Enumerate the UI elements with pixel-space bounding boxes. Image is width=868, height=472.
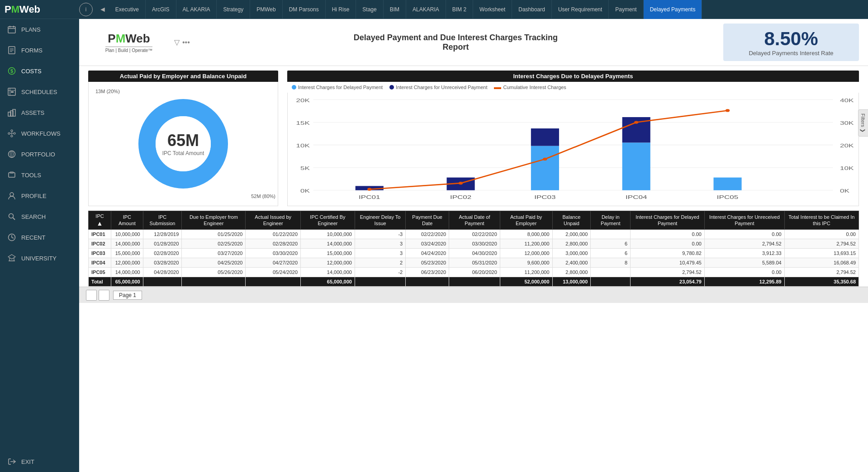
page-prev-btn[interactable]: ◄ <box>86 290 97 301</box>
sidebar-label-profile: PROFILE <box>21 193 47 199</box>
tab-worksheet[interactable]: Worksheet <box>473 0 512 19</box>
nav-tabs: Executive ArcGIS AL AKARIA Strategy PMWe… <box>109 0 868 19</box>
cell-r0-c4: 01/22/2020 <box>246 230 301 239</box>
sidebar-item-portfolio[interactable]: PORTFOLIO <box>0 144 79 165</box>
table-container: IPC▲ IPC Amount IPC Submission Due to Em… <box>79 211 868 287</box>
tab-bim[interactable]: BIM <box>384 0 406 19</box>
content-area: PMWeb Plan | Build | Operate™ ▽ ••• Dela… <box>79 19 868 472</box>
sidebar-label-assets: ASSETS <box>21 109 44 116</box>
cell-r1-c10: 2,800,000 <box>552 239 591 249</box>
tab-arcgis[interactable]: ArcGIS <box>146 0 176 19</box>
sidebar-label-search: SEARCH <box>21 213 46 220</box>
total-label: Total <box>89 277 111 287</box>
cell-r3-c1: 12,000,000 <box>111 258 143 268</box>
total-interest-unreceived: 12,295.89 <box>704 277 784 287</box>
cell-r4-c11 <box>591 268 631 277</box>
sidebar: PLANS FORMS $ COSTS SCHEDULES ASSETS <box>0 19 79 472</box>
cell-r2-c8: 04/30/2020 <box>449 249 500 258</box>
more-options-icon[interactable]: ••• <box>182 38 190 47</box>
svg-text:10K: 10K <box>840 165 854 171</box>
svg-text:IPC02: IPC02 <box>450 194 471 200</box>
sidebar-item-profile[interactable]: PROFILE <box>0 185 79 206</box>
cell-r2-c9: 12,000,000 <box>500 249 552 258</box>
sidebar-item-university[interactable]: UNIVERSITY <box>0 248 79 269</box>
legend-dot-delayed <box>292 85 296 90</box>
tab-userrequirement[interactable]: User Requirement <box>552 0 609 19</box>
cell-r2-c11: 6 <box>591 249 631 258</box>
legend-unreceived: Interest Charges for Unreceived Payment <box>389 85 487 90</box>
sidebar-item-assets[interactable]: ASSETS <box>0 102 79 123</box>
cell-r4-c12: 2,794.52 <box>631 268 705 277</box>
tab-bim2[interactable]: BIM 2 <box>446 0 473 19</box>
total-empty-1 <box>143 277 182 287</box>
svg-text:30K: 30K <box>840 120 854 126</box>
table-row: IPC0315,000,00002/28/202003/27/202003/30… <box>89 249 859 258</box>
cell-r4-c7: 06/23/2020 <box>406 268 449 277</box>
tab-hirise[interactable]: Hi Rise <box>326 0 356 19</box>
sidebar-item-tools[interactable]: TOOLS <box>0 165 79 185</box>
tab-payment[interactable]: Payment <box>609 0 643 19</box>
page-next-btn[interactable]: ► <box>99 290 109 301</box>
sidebar-label-plans: PLANS <box>21 26 41 33</box>
cell-r3-c13: 5,589.04 <box>704 258 784 268</box>
cell-r0-c6: -3 <box>355 230 405 239</box>
tab-pmweb[interactable]: PMWeb <box>250 0 282 19</box>
svg-text:IPC03: IPC03 <box>534 194 555 200</box>
sidebar-item-costs[interactable]: $ COSTS <box>0 61 79 81</box>
forms-icon <box>7 45 17 55</box>
filters-label: Filters <box>860 113 866 127</box>
donut-value: 65M <box>162 131 204 150</box>
cell-r0-c1: 10,000,000 <box>111 230 143 239</box>
cell-r3-c12: 10,479.45 <box>631 258 705 268</box>
sidebar-item-forms[interactable]: FORMS <box>0 40 79 61</box>
right-chart-title: Interest Charges Due to Delayed Payments <box>287 71 859 82</box>
tab-strategy[interactable]: Strategy <box>217 0 250 19</box>
cell-r4-c8: 06/20/2020 <box>449 268 500 277</box>
cell-r2-c0: IPC03 <box>89 249 111 258</box>
donut-annotation-top: 13M (20%) <box>95 89 120 94</box>
portfolio-icon <box>7 149 17 159</box>
cell-r2-c12: 9,780.82 <box>631 249 705 258</box>
tab-dmparsons[interactable]: DM Parsons <box>283 0 326 19</box>
cell-r4-c2: 04/28/2020 <box>143 268 182 277</box>
sidebar-item-recent[interactable]: RECENT <box>0 227 79 248</box>
svg-rect-60 <box>531 128 559 146</box>
page-indicator: Page 1 <box>113 291 142 300</box>
tab-alakaria[interactable]: AL AKARIA <box>176 0 217 19</box>
cell-r4-c4: 05/24/2020 <box>246 268 301 277</box>
svg-text:15K: 15K <box>296 120 310 126</box>
tab-delayedpayments[interactable]: Delayed Payments <box>644 0 702 19</box>
sidebar-item-workflows[interactable]: WORKFLOWS <box>0 123 79 144</box>
interest-rate-label: Delayed Payments Interest Rate <box>749 50 833 57</box>
svg-point-20 <box>14 132 15 134</box>
main-layout: PLANS FORMS $ COSTS SCHEDULES ASSETS <box>0 19 868 472</box>
cell-r2-c6: 3 <box>355 249 405 258</box>
sidebar-item-schedules[interactable]: SCHEDULES <box>0 81 79 102</box>
filter-chevron-icon: ❯ <box>860 128 866 132</box>
tab-executive[interactable]: Executive <box>109 0 146 19</box>
sidebar-label-tools: TOOLS <box>21 172 41 179</box>
tab-dashboard[interactable]: Dashboard <box>512 0 552 19</box>
cell-r1-c3: 02/25/2020 <box>182 239 246 249</box>
filters-toggle[interactable]: Filters ❯ <box>858 109 868 137</box>
col-header-ipc: IPC▲ <box>89 211 111 230</box>
svg-text:IPC01: IPC01 <box>359 194 380 200</box>
sidebar-item-plans[interactable]: PLANS <box>0 19 79 40</box>
info-icon[interactable]: i <box>79 3 93 16</box>
donut-center: 65M IPC Total Amount <box>162 131 204 156</box>
svg-point-69 <box>543 158 547 160</box>
sidebar-item-exit[interactable]: EXIT <box>0 451 79 472</box>
cell-r0-c5: 10,000,000 <box>301 230 355 239</box>
charts-row: Actual Paid by Employer and Balance Unpa… <box>79 66 868 211</box>
nav-arrow-left[interactable]: ◄ <box>96 5 109 14</box>
cell-r1-c7: 03/24/2020 <box>406 239 449 249</box>
svg-text:IPC05: IPC05 <box>717 194 738 200</box>
filter-icons: ▽ ••• <box>174 24 193 61</box>
svg-text:40K: 40K <box>840 97 854 103</box>
tab-alakaria2[interactable]: ALAKARIA <box>406 0 446 19</box>
sidebar-item-search[interactable]: SEARCH <box>0 206 79 227</box>
cell-r1-c6: 3 <box>355 239 405 249</box>
filter-funnel-icon[interactable]: ▽ <box>174 38 180 47</box>
svg-point-28 <box>10 193 14 196</box>
tab-stage[interactable]: Stage <box>356 0 383 19</box>
